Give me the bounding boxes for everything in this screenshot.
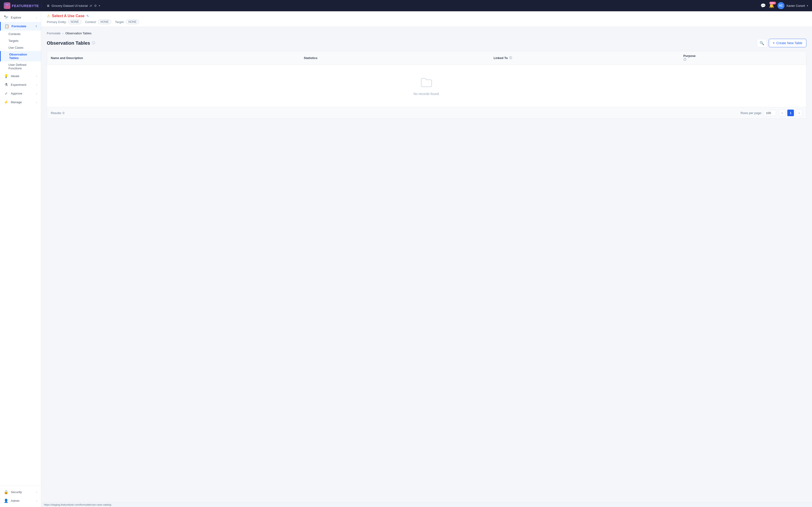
sidebar-item-experiment[interactable]: ⚗ Experiment › [0,80,41,89]
target-item: Target: NONE [115,19,139,24]
create-btn-label: Create New Table [776,41,802,45]
use-case-title-row: ⚠ Select A Use Case ✎ [47,14,806,18]
sidebar-item-manage-label: Manage [11,100,34,104]
sidebar-item-admin[interactable]: 👤 Admin › [0,496,41,505]
sidebar-item-use-cases[interactable]: Use Cases [0,44,41,51]
sidebar-item-explore-label: Explore [11,16,34,19]
status-bar: https://staging.featurebyte.com/formulat… [41,502,812,507]
sidebar-item-observation-tables[interactable]: Observation Tables [0,51,41,61]
main-content: ⚠ Select A Use Case ✎ Primary Entity: NO… [41,11,812,507]
app-layout: 🔭 Explore › 📋 Formulate ∨ Contexts Targe… [0,11,812,507]
pagination-controls: Rows per page: 100 50 25 ‹ 1 › [741,110,802,116]
sidebar-item-ideate-label: Ideate [11,74,34,78]
chat-button[interactable]: 💬 [760,3,766,8]
th-purpose: Purpose ⓘ [680,51,806,64]
gear-icon[interactable]: ⚙ [94,4,97,7]
sidebar-item-approve-label: Approve [11,92,34,95]
user-menu-button[interactable]: XC Xavier Conort ▾ [777,2,808,9]
empty-folder-icon [420,76,433,89]
table-body: No records found. [47,65,806,107]
rows-per-page: Rows per page: 100 50 25 [741,110,776,116]
search-button[interactable]: 🔍 [757,39,767,47]
sidebar-bottom: 🔒 Security › 👤 Admin › [0,486,41,507]
empty-text: No records found. [414,92,440,96]
explore-icon: 🔭 [4,15,8,20]
security-chevron-icon: › [36,491,37,494]
notification-badge: 999+ [769,2,776,4]
target-label: Target: [115,20,124,24]
create-new-table-button[interactable]: + Create New Table [769,39,806,47]
ideate-chevron-icon: › [36,75,37,77]
rows-per-page-select[interactable]: 100 50 25 [764,110,776,116]
sidebar-item-formulate[interactable]: 📋 Formulate ∨ [0,22,41,31]
sidebar-item-security[interactable]: 🔒 Security › [0,488,41,496]
nav-divider [42,3,42,8]
use-case-title-text: Select A Use Case [52,14,84,18]
linked-to-info-icon[interactable]: ⓘ [509,56,512,60]
edit-use-case-icon[interactable]: ✎ [86,14,89,18]
th-name-description: Name and Description [47,51,300,64]
formulate-chevron-icon: ∨ [35,25,37,28]
experiment-chevron-icon: › [36,83,37,86]
user-avatar: XC [777,2,785,9]
rows-per-page-label: Rows per page: [741,111,762,115]
sidebar-item-manage[interactable]: ⚡ Manage › [0,98,41,107]
share-icon: ⇄ [89,4,92,7]
sidebar-item-approve[interactable]: ✓ Approve › [0,89,41,98]
admin-icon: 👤 [4,499,8,503]
breadcrumb-separator: › [63,32,63,35]
dataset-label: Grocery Dataset UI tutorial [52,4,88,7]
sidebar-item-admin-label: Admin [11,499,34,503]
page-title: Observation Tables [47,41,90,46]
context-label: Context: [85,20,97,24]
approve-chevron-icon: › [36,92,37,95]
sidebar-item-contexts[interactable]: Contexts [0,31,41,38]
breadcrumb: Formulate › Observation Tables [47,32,806,35]
logo-text: FEATUREBYTE [12,4,39,8]
search-icon: 🔍 [760,41,764,45]
breadcrumb-current: Observation Tables [65,32,91,35]
sidebar-item-user-defined-functions[interactable]: User Defined Functions [0,61,41,72]
results-count: Results: 0 [51,111,64,115]
sidebar-item-security-label: Security [11,490,34,494]
sidebar-item-ideate[interactable]: 💡 Ideate › [0,72,41,80]
prev-page-button[interactable]: ‹ [779,110,786,116]
status-url: https://staging.featurebyte.com/formulat… [44,503,111,506]
sidebar-item-formulate-label: Formulate [11,24,33,28]
sidebar-item-experiment-label: Experiment [11,83,34,87]
notifications-button[interactable]: 🔔 999+ [769,3,774,8]
empty-state: No records found. [414,76,440,96]
explore-chevron-icon: › [36,16,37,19]
table-header: Name and Description Statistics Linked T… [47,51,806,65]
manage-chevron-icon: › [36,101,37,104]
nav-dataset[interactable]: 🖥 Grocery Dataset UI tutorial ⇄ ⚙ ▾ [45,3,102,8]
next-page-button[interactable]: › [796,110,802,116]
data-table: Name and Description Statistics Linked T… [47,51,806,119]
header-actions: 🔍 + Create New Table [757,39,806,47]
th-statistics: Statistics [300,51,490,64]
sidebar-item-explore[interactable]: 🔭 Explore › [0,13,41,22]
formulate-icon: 📋 [4,24,9,29]
monitor-icon: 🖥 [47,4,50,7]
use-case-banner: ⚠ Select A Use Case ✎ Primary Entity: NO… [41,11,812,27]
admin-chevron-icon: › [36,500,37,502]
experiment-icon: ⚗ [4,82,8,87]
ideate-icon: 💡 [4,74,8,78]
primary-entity-item: Primary Entity: NONE [47,19,81,24]
table-footer: Results: 0 Rows per page: 100 50 25 ‹ [47,107,806,118]
primary-entity-label: Primary Entity: [47,20,67,24]
sidebar-item-targets[interactable]: Targets [0,38,41,44]
breadcrumb-parent-link[interactable]: Formulate [47,32,61,35]
page-header: Observation Tables ⓘ 🔍 + Create New Tabl… [47,39,806,47]
th-linked-to: Linked To ⓘ [490,51,680,64]
formulate-submenu: Contexts Targets Use Cases Observation T… [0,31,41,72]
user-name: Xavier Conort [787,4,805,7]
primary-entity-badge: NONE [68,19,81,24]
page-content: Formulate › Observation Tables Observati… [41,27,812,502]
top-nav: FEATUREBYTE 🖥 Grocery Dataset UI tutoria… [0,0,812,11]
chevron-down-icon: ▾ [99,4,100,7]
manage-icon: ⚡ [4,100,8,104]
purpose-info-icon[interactable]: ⓘ [683,58,686,61]
sidebar: 🔭 Explore › 📋 Formulate ∨ Contexts Targe… [0,11,41,507]
page-title-info-icon[interactable]: ⓘ [92,41,95,45]
